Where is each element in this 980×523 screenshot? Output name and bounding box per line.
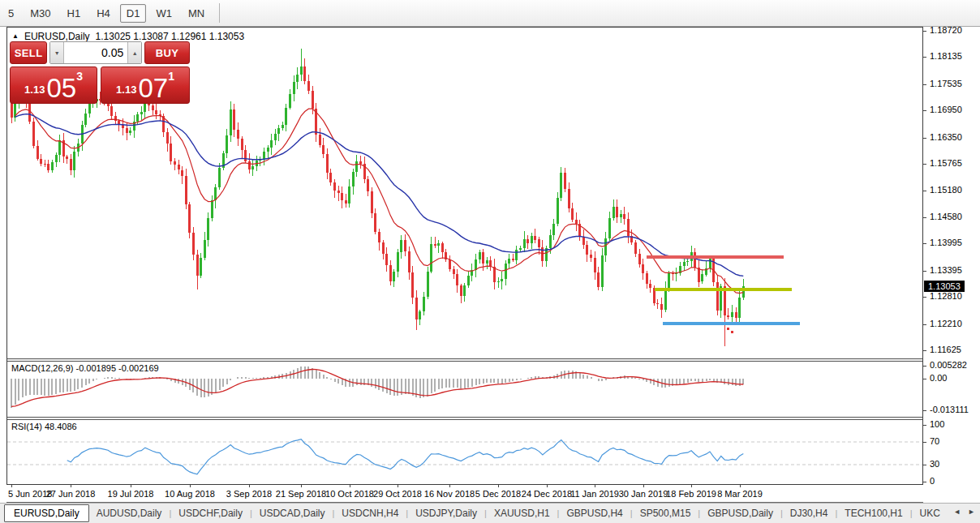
tab-scroll-right-icon[interactable]: ► xyxy=(968,508,975,516)
price-tick-label: 1.12810 xyxy=(930,291,962,301)
collapse-triangle-icon[interactable]: ▲ xyxy=(12,33,19,40)
date-tick-mark xyxy=(740,485,741,487)
rsi-tick-mark xyxy=(923,425,926,426)
buy-price-prefix: 1.13 xyxy=(116,84,136,96)
tab-gbpusd-h4[interactable]: GBPUSD,H4 xyxy=(559,505,630,521)
timeframe-button-mn[interactable]: MN xyxy=(182,4,211,23)
date-tick-label: 21 Sep 2018 xyxy=(276,489,326,499)
price-tick-label: 1.15180 xyxy=(930,185,962,195)
volume-decrease-icon[interactable]: ▼ xyxy=(50,42,64,63)
date-tick-mark xyxy=(11,485,12,487)
date-tick-label: 16 Nov 2018 xyxy=(424,489,475,499)
price-axis: 1.187201.181351.175351.169501.163501.157… xyxy=(923,27,980,485)
tab-eurusd-daily[interactable]: EURUSD,Daily xyxy=(4,504,89,522)
price-tick-label: 1.17535 xyxy=(930,79,962,88)
tab-ukc[interactable]: UKC xyxy=(913,505,948,521)
date-tick-mark xyxy=(350,485,350,487)
tab-usdjpy-daily[interactable]: USDJPY,Daily xyxy=(408,505,484,521)
timeframe-button-d1[interactable]: D1 xyxy=(120,4,147,23)
chart-ohlc-readout: 1.13025 1.13087 1.12961 1.13053 xyxy=(96,31,245,42)
timeframe-button-m30[interactable]: M30 xyxy=(24,4,57,23)
price-tick-mark xyxy=(923,324,926,325)
date-tick-mark xyxy=(449,485,450,487)
volume-increase-icon[interactable]: ▲ xyxy=(127,42,141,63)
tab-gbpusd-daily[interactable]: GBPUSD,Daily xyxy=(700,505,780,521)
price-tick-label: 1.16950 xyxy=(930,105,962,114)
rsi-tick-label: 30 xyxy=(930,459,939,469)
chart-title: ▲ EURUSD,Daily 1.13025 1.13087 1.12961 1… xyxy=(12,31,244,42)
tab-sp500-m15[interactable]: SP500,M15 xyxy=(633,505,698,521)
rsi-pane-canvas[interactable] xyxy=(7,420,922,483)
tab-usdcad-daily[interactable]: USDCAD,Daily xyxy=(252,505,333,521)
date-tick-mark xyxy=(547,485,548,487)
date-tick-label: 5 Dec 2018 xyxy=(475,489,521,499)
price-tick-mark xyxy=(923,57,926,58)
timeframe-button-w1[interactable]: W1 xyxy=(149,4,178,23)
date-tick-mark xyxy=(190,485,191,487)
chart-symbol-label: EURUSD,Daily xyxy=(24,31,90,42)
date-tick-label: 18 Feb 2019 xyxy=(666,489,716,499)
date-tick-label: 27 Jun 2018 xyxy=(46,489,96,499)
sell-price-tile[interactable]: 1.13 05 3 xyxy=(10,66,97,104)
date-tick-mark xyxy=(131,485,131,487)
buy-price-big-digits: 07 xyxy=(138,76,168,101)
date-tick-mark xyxy=(301,485,302,487)
price-tick-mark xyxy=(923,297,926,298)
price-tick-mark xyxy=(923,110,926,111)
price-tick-label: 1.16350 xyxy=(930,132,962,142)
price-tick-mark xyxy=(923,84,926,85)
rsi-tick-label: 100 xyxy=(930,419,944,429)
macd-tick-mark xyxy=(923,366,926,367)
volume-input[interactable] xyxy=(64,42,127,63)
date-tick-label: 10 Aug 2018 xyxy=(165,489,215,499)
sell-price-big-digits: 05 xyxy=(46,76,76,101)
price-tick-mark xyxy=(923,164,926,165)
price-tick-label: 1.11625 xyxy=(930,345,961,354)
tab-usdcnh-h4[interactable]: USDCNH,H4 xyxy=(334,505,406,521)
macd-tick-label: 0.005282 xyxy=(930,360,967,370)
buy-price-pip-digit: 1 xyxy=(168,70,174,83)
buy-price-tile[interactable]: 1.13 07 1 xyxy=(101,66,190,104)
tab-xauusd-h1[interactable]: XAUUSD,H1 xyxy=(487,505,557,521)
tab-scroll-left-icon[interactable]: ◄ xyxy=(953,508,961,516)
timeframe-button-h1[interactable]: H1 xyxy=(61,4,88,23)
tab-audusd-daily[interactable]: AUDUSD,Daily xyxy=(89,505,170,521)
price-tick-label: 1.14580 xyxy=(930,212,962,221)
timeframe-button-5[interactable]: 5 xyxy=(2,4,20,23)
price-tick-mark xyxy=(923,243,926,244)
price-tick-label: 1.18135 xyxy=(930,51,962,61)
volume-stepper: ▼ ▲ xyxy=(49,41,142,64)
rsi-label: RSI(14) 48.4086 xyxy=(11,422,77,431)
macd-tick-label: 0.00 xyxy=(930,373,947,383)
price-tick-mark xyxy=(923,271,926,272)
date-axis: 5 Jun 201827 Jun 201819 Jul 201810 Aug 2… xyxy=(6,485,923,503)
rsi-tick-mark xyxy=(923,465,926,465)
price-tick-mark xyxy=(923,350,926,351)
price-tick-label: 1.12210 xyxy=(930,319,962,328)
date-tick-mark xyxy=(398,485,398,487)
date-tick-label: 8 Mar 2019 xyxy=(717,489,763,499)
date-tick-label: 19 Jul 2018 xyxy=(108,489,154,499)
chart-tab-bar: EURUSD,DailyAUDUSD,Daily|USDCHF,Daily|US… xyxy=(0,503,980,523)
tab-tech100-h1[interactable]: TECH100,H1 xyxy=(837,505,909,521)
tab-scroll-arrows: ◄► xyxy=(953,508,975,516)
buy-button[interactable]: BUY xyxy=(144,41,190,64)
macd-tick-mark xyxy=(923,379,926,379)
sell-button[interactable]: SELL xyxy=(10,41,47,64)
date-tick-label: 3 Sep 2018 xyxy=(226,489,272,499)
tab-usdchf-daily[interactable]: USDCHF,Daily xyxy=(171,505,250,521)
price-tick-label: 1.13995 xyxy=(930,238,962,247)
macd-label: MACD(12,26,9) -0.001895 -0.002169 xyxy=(11,363,159,373)
one-click-trading-widget: SELL ▼ ▲ BUY 1.13 05 3 1.13 07 1 xyxy=(10,41,190,104)
date-tick-label: 29 Oct 2018 xyxy=(373,489,422,499)
tab-dj30-h4[interactable]: DJ30,H4 xyxy=(783,505,836,521)
sell-price-prefix: 1.13 xyxy=(24,84,45,96)
price-tick-mark xyxy=(923,191,926,191)
date-tick-label: 10 Oct 2018 xyxy=(325,489,374,499)
timeframe-button-h4[interactable]: H4 xyxy=(90,4,117,23)
date-tick-mark xyxy=(498,485,499,487)
sell-price-pip-digit: 3 xyxy=(76,70,83,83)
date-tick-mark xyxy=(71,485,71,487)
price-tick-mark xyxy=(923,31,926,32)
price-tick-label: 1.13395 xyxy=(930,265,962,275)
